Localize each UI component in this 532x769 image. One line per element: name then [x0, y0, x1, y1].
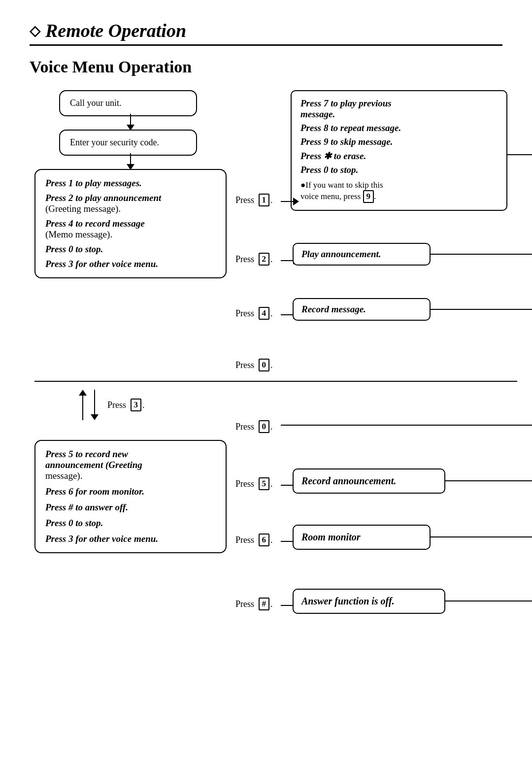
line-af-right — [445, 601, 532, 602]
record-message-text: Record message. — [301, 304, 366, 314]
arrow-enter-to-menu — [127, 153, 134, 170]
rt-line7: ●If you want to skip this — [300, 180, 498, 190]
diagram-area: Call your unit. Enter your security code… — [30, 90, 502, 755]
room-monitor-box: Room monitor — [293, 525, 431, 550]
rt-line2: message. — [300, 109, 498, 120]
press0a-label: Press 0. — [235, 359, 273, 371]
rt-line1: Press 7 to play previous — [300, 98, 498, 109]
record-message-box: Record message. — [293, 298, 431, 321]
rt-line8: voice menu, press 9. — [300, 190, 498, 203]
pressH-label: Press #. — [235, 598, 273, 610]
rt-line4: Press 9 to skip message. — [300, 136, 498, 147]
play-announcement-box: Play announcement. — [293, 243, 431, 266]
page-header: ◇ Remote Operation — [30, 20, 502, 41]
press1-label: Press 1. — [235, 194, 273, 206]
updown-section: Press 3. — [79, 390, 145, 420]
answer-function-text: Answer function is off. — [301, 596, 395, 606]
line-ra-right — [445, 480, 532, 481]
sm-line2: announcement (Greeting — [45, 460, 216, 470]
press4-label: Press 4. — [235, 307, 273, 320]
sm-line5: Press # to answer off. — [45, 502, 216, 513]
menu-line5: (Memo message). — [45, 229, 216, 240]
menu-line1: Press 1 to play messages. — [45, 178, 216, 189]
rt-line3: Press 8 to repeat message. — [300, 123, 498, 134]
second-menu-left-box: Press 5 to record new announcement (Gree… — [34, 440, 227, 553]
arrow-press1 — [281, 198, 299, 205]
sm-line6: Press 0 to stop. — [45, 518, 216, 529]
line-press0b — [281, 425, 532, 426]
menu-line4: Press 4 to record message — [45, 218, 216, 229]
menu-line3: (Greeting message). — [45, 203, 216, 214]
press2-label: Press 2. — [235, 253, 273, 266]
line-rt-right — [507, 154, 532, 155]
line-play-right — [431, 254, 532, 255]
enter-code-box: Enter your security code. — [59, 130, 197, 156]
arrow-call-to-enter — [127, 114, 134, 131]
diamond-icon: ◇ — [30, 23, 40, 39]
press0b-label: Press 0. — [235, 420, 273, 433]
press3-top-label: Press 3. — [107, 399, 145, 411]
sm-line3: message). — [45, 470, 216, 481]
record-announcement-text: Record announcement. — [301, 475, 396, 486]
press6-label: Press 6. — [235, 534, 273, 546]
rt-line5: Press ✱ to erase. — [300, 150, 498, 162]
section-title: Voice Menu Operation — [30, 58, 502, 76]
record-announcement-box: Record announcement. — [293, 468, 445, 494]
call-unit-box: Call your unit. — [59, 90, 197, 116]
press5-label: Press 5. — [235, 477, 273, 490]
sm-line7: Press 3 for other voice menu. — [45, 534, 216, 544]
line-record-right — [431, 309, 532, 310]
room-monitor-text: Room monitor — [301, 532, 360, 542]
sm-line4: Press 6 for room monitor. — [45, 486, 216, 497]
menu-line2: Press 2 to play announcement — [45, 193, 216, 203]
call-unit-text: Call your unit. — [70, 98, 122, 108]
play-announcement-text: Play announcement. — [301, 249, 381, 259]
menu-line7: Press 3 for other voice menu. — [45, 259, 216, 269]
enter-code-text: Enter your security code. — [70, 137, 159, 147]
answer-function-box: Answer function is off. — [293, 589, 445, 614]
page-title: Remote Operation — [45, 20, 186, 41]
menu-line6: Press 0 to stop. — [45, 244, 216, 255]
line-rm-right — [431, 536, 532, 537]
main-menu-left-box: Press 1 to play messages. Press 2 to pla… — [34, 169, 227, 278]
rt-line6: Press 0 to stop. — [300, 165, 498, 175]
right-top-info-box: Press 7 to play previous message. Press … — [291, 90, 507, 211]
separator-line — [34, 381, 517, 382]
sm-line1: Press 5 to record new — [45, 449, 216, 460]
